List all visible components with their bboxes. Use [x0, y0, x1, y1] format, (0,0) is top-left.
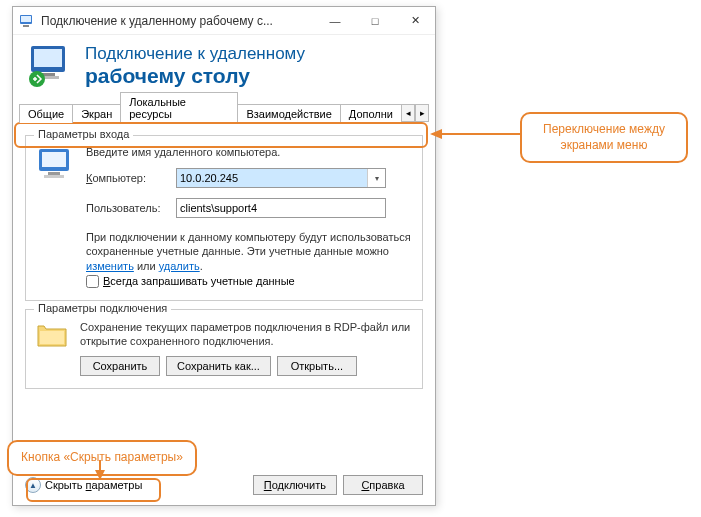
tab-scroll-left-button[interactable]: ◂: [401, 104, 415, 122]
computer-icon: [36, 146, 76, 184]
header-title-line1: Подключение к удаленному: [85, 44, 305, 64]
connection-text: Сохранение текущих параметров подключени…: [80, 320, 412, 349]
app-icon: [19, 13, 35, 29]
arrow-to-tabs-icon: [428, 124, 522, 144]
titlebar-text: Подключение к удаленному рабочему с...: [41, 14, 315, 28]
always-ask-checkbox[interactable]: [86, 275, 99, 288]
user-input[interactable]: [180, 202, 382, 214]
chevron-down-icon[interactable]: ▾: [367, 169, 385, 187]
svg-rect-1: [21, 16, 31, 22]
svg-rect-10: [48, 172, 60, 175]
always-ask-row: Всегда запрашивать учетные данные: [86, 275, 412, 288]
tab-advanced[interactable]: Дополни: [340, 104, 402, 123]
edit-creds-link[interactable]: изменить: [86, 260, 134, 272]
close-button[interactable]: ✕: [395, 7, 435, 34]
tab-scroll-right-button[interactable]: ▸: [415, 104, 429, 122]
svg-rect-12: [40, 331, 64, 344]
svg-rect-2: [23, 25, 29, 27]
collapse-up-icon: ▲: [25, 477, 41, 493]
svg-rect-4: [34, 49, 62, 67]
callout-hide-button: Кнопка «Скрыть параметры»: [7, 440, 197, 476]
callout-tab-switch: Переключение между экранами меню: [520, 112, 688, 163]
tabs-container: Общие Экран Локальные ресурсы Взаимодейс…: [19, 101, 429, 123]
open-button[interactable]: Открыть...: [277, 356, 357, 376]
save-button[interactable]: Сохранить: [80, 356, 160, 376]
rdp-window: Подключение к удаленному рабочему с... —…: [12, 6, 436, 506]
user-label: Пользователь:: [86, 202, 170, 214]
computer-combobox[interactable]: ▾: [176, 168, 386, 188]
window-controls: — □ ✕: [315, 7, 435, 34]
tab-display[interactable]: Экран: [72, 104, 121, 123]
always-ask-label: Всегда запрашивать учетные данные: [103, 275, 295, 287]
rdp-header-icon: [27, 43, 73, 89]
folder-icon: [36, 320, 70, 350]
svg-rect-9: [42, 152, 66, 167]
computer-input[interactable]: [177, 169, 367, 187]
hide-options[interactable]: ▲ Скрыть параметры: [25, 477, 247, 493]
header-title-line2: рабочему столу: [85, 64, 305, 88]
help-button[interactable]: Справка: [343, 475, 423, 495]
login-group-title: Параметры входа: [34, 128, 133, 140]
hide-options-label: Скрыть параметры: [45, 479, 142, 491]
minimize-button[interactable]: —: [315, 7, 355, 34]
tab-scroll: ◂ ▸: [401, 103, 429, 123]
maximize-button[interactable]: □: [355, 7, 395, 34]
tab-experience[interactable]: Взаимодействие: [237, 104, 340, 123]
login-intro: Введите имя удаленного компьютера.: [86, 146, 412, 158]
credentials-text: При подключении к данному компьютеру буд…: [86, 230, 412, 273]
save-as-button[interactable]: Сохранить как...: [166, 356, 271, 376]
computer-label: Компьютер:: [86, 172, 170, 184]
login-group: Параметры входа Введите имя удаленного к…: [25, 135, 423, 301]
tab-local-resources[interactable]: Локальные ресурсы: [120, 92, 238, 123]
connect-button[interactable]: Подключить: [253, 475, 337, 495]
connection-group-title: Параметры подключения: [34, 302, 171, 314]
connection-group: Параметры подключения Сохранение текущих…: [25, 309, 423, 390]
delete-creds-link[interactable]: удалить: [159, 260, 200, 272]
svg-rect-11: [44, 175, 64, 178]
titlebar: Подключение к удаленному рабочему с... —…: [13, 7, 435, 35]
tab-general[interactable]: Общие: [19, 104, 73, 123]
header: Подключение к удаленному рабочему столу: [13, 35, 435, 99]
tabs-bar: Общие Экран Локальные ресурсы Взаимодейс…: [19, 101, 429, 123]
user-input-wrap: [176, 198, 386, 218]
